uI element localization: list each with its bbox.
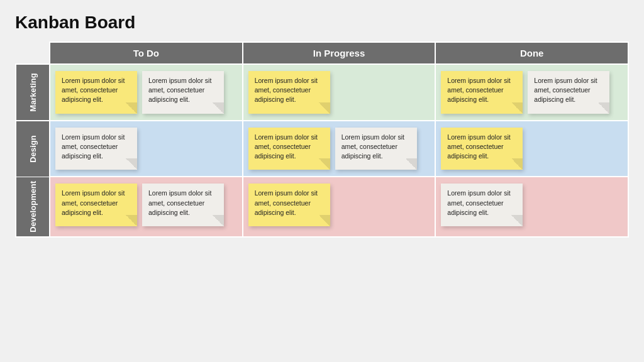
cell-development-done: Lorem ipsum dolor sit amet, consectetuer… [435,177,628,237]
board-row: MarketingLorem ipsum dolor sit amet, con… [16,64,628,121]
column-header-row: To Do In Progress Done [16,42,628,64]
sticky-note[interactable]: Lorem ipsum dolor sit amet, consectetuer… [55,128,137,170]
col-done: Done [435,42,628,64]
cell-development-todo: Lorem ipsum dolor sit amet, consectetuer… [50,177,243,237]
board-row: DesignLorem ipsum dolor sit amet, consec… [16,121,628,177]
cell-marketing-todo: Lorem ipsum dolor sit amet, consectetuer… [50,64,243,121]
cell-design-todo: Lorem ipsum dolor sit amet, consectetuer… [50,121,243,177]
sticky-note[interactable]: Lorem ipsum dolor sit amet, consectetuer… [441,128,523,170]
cell-marketing-done: Lorem ipsum dolor sit amet, consectetuer… [435,64,628,121]
row-label-design: Design [16,121,50,177]
sticky-note[interactable]: Lorem ipsum dolor sit amet, consectetuer… [248,71,330,114]
page-title: Kanban Board [15,13,629,33]
sticky-note[interactable]: Lorem ipsum dolor sit amet, consectetuer… [528,71,609,114]
corner-cell [16,42,50,64]
cell-marketing-inprog: Lorem ipsum dolor sit amet, consectetuer… [243,64,436,121]
kanban-board: To Do In Progress Done MarketingLorem ip… [15,41,629,238]
board-row: DevelopmentLorem ipsum dolor sit amet, c… [16,177,628,237]
sticky-note[interactable]: Lorem ipsum dolor sit amet, consectetuer… [248,184,330,226]
sticky-note[interactable]: Lorem ipsum dolor sit amet, consectetuer… [441,71,523,114]
cell-development-inprog: Lorem ipsum dolor sit amet, consectetuer… [243,177,436,237]
sticky-note[interactable]: Lorem ipsum dolor sit amet, consectetuer… [248,128,330,170]
col-inprog: In Progress [243,42,436,64]
sticky-note[interactable]: Lorem ipsum dolor sit amet, consectetuer… [335,128,417,170]
cell-design-inprog: Lorem ipsum dolor sit amet, consectetuer… [243,121,436,177]
col-todo: To Do [50,42,243,64]
row-label-development: Development [16,177,50,237]
sticky-note[interactable]: Lorem ipsum dolor sit amet, consectetuer… [441,184,523,226]
sticky-note[interactable]: Lorem ipsum dolor sit amet, consectetuer… [142,71,224,114]
cell-design-done: Lorem ipsum dolor sit amet, consectetuer… [435,121,628,177]
row-label-marketing: Marketing [16,64,50,121]
sticky-note[interactable]: Lorem ipsum dolor sit amet, consectetuer… [55,71,137,114]
sticky-note[interactable]: Lorem ipsum dolor sit amet, consectetuer… [142,184,224,226]
sticky-note[interactable]: Lorem ipsum dolor sit amet, consectetuer… [55,184,137,226]
